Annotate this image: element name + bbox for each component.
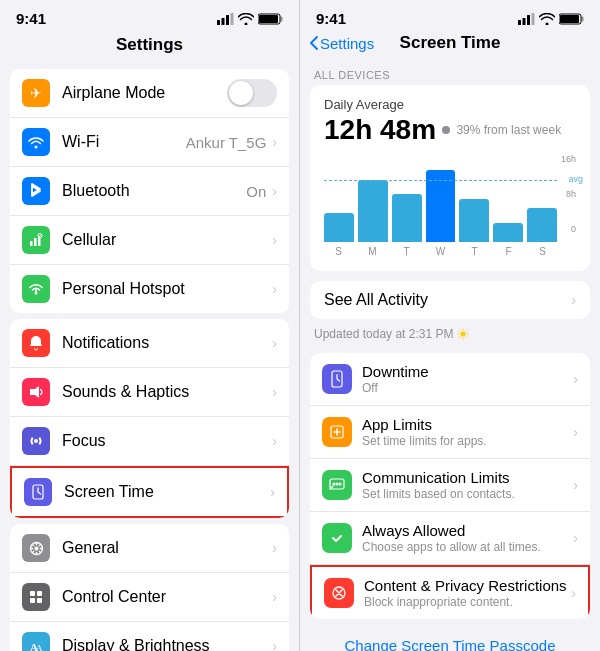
svg-rect-5 bbox=[281, 16, 283, 21]
content-privacy-row[interactable]: Content & Privacy Restrictions Block ina… bbox=[310, 565, 590, 619]
svg-point-41 bbox=[336, 483, 339, 486]
always-allowed-subtitle: Choose apps to allow at all times. bbox=[362, 540, 571, 554]
sounds-label: Sounds & Haptics bbox=[62, 383, 270, 401]
chart-label-0: S bbox=[324, 246, 353, 257]
settings-list: ✈ Airplane Mode Wi-Fi Ankur T_5G › bbox=[0, 63, 299, 651]
general-section: General › Control Center › bbox=[10, 524, 289, 651]
focus-row[interactable]: Focus › bbox=[10, 417, 289, 466]
cellular-icon bbox=[22, 226, 50, 254]
back-chevron-icon bbox=[310, 36, 318, 50]
airplane-label: Airplane Mode bbox=[62, 84, 227, 102]
always-allowed-text: Always Allowed Choose apps to allow at a… bbox=[362, 522, 571, 554]
sounds-row[interactable]: Sounds & Haptics › bbox=[10, 368, 289, 417]
see-all-row[interactable]: See All Activity › bbox=[310, 281, 590, 319]
svg-rect-21 bbox=[37, 598, 42, 603]
notifications-row[interactable]: Notifications › bbox=[10, 319, 289, 368]
bluetooth-label: Bluetooth bbox=[62, 182, 246, 200]
focus-icon bbox=[22, 427, 50, 455]
hotspot-row[interactable]: Personal Hotspot › bbox=[10, 265, 289, 313]
change-passcode-button[interactable]: Change Screen Time Passcode bbox=[300, 625, 600, 651]
updated-text: Updated today at 2:31 PM bbox=[314, 327, 453, 341]
back-label: Settings bbox=[320, 35, 374, 52]
connectivity-section: ✈ Airplane Mode Wi-Fi Ankur T_5G › bbox=[10, 69, 289, 313]
comm-limits-subtitle: Set limits based on contacts. bbox=[362, 487, 571, 501]
screen-time-row[interactable]: Screen Time › bbox=[10, 466, 289, 518]
time-right: 9:41 bbox=[316, 10, 346, 27]
wifi-label: Wi-Fi bbox=[62, 133, 186, 151]
svg-rect-0 bbox=[217, 20, 220, 25]
svg-marker-13 bbox=[30, 386, 39, 398]
content-privacy-subtitle: Block inappropriate content. bbox=[364, 595, 569, 609]
time-left: 9:41 bbox=[16, 10, 46, 27]
svg-rect-31 bbox=[527, 15, 530, 25]
battery-icon bbox=[258, 13, 283, 25]
svg-rect-8 bbox=[30, 241, 33, 246]
avg-label: avg bbox=[568, 174, 583, 184]
bluetooth-chevron: › bbox=[272, 183, 277, 199]
downtime-chevron: › bbox=[573, 371, 578, 387]
chart-bar-5 bbox=[493, 223, 523, 242]
control-center-icon bbox=[22, 583, 50, 611]
screen-time-nav: Settings Screen Time bbox=[300, 31, 600, 61]
bluetooth-icon bbox=[22, 177, 50, 205]
svg-point-17 bbox=[34, 546, 38, 550]
general-row[interactable]: General › bbox=[10, 524, 289, 573]
notification-section: Notifications › Sounds & Haptics › bbox=[10, 319, 289, 518]
cellular-chevron: › bbox=[272, 232, 277, 248]
general-icon bbox=[22, 534, 50, 562]
comm-limits-text: Communication Limits Set limits based on… bbox=[362, 469, 571, 501]
status-icons-left bbox=[217, 13, 283, 25]
app-limits-title: App Limits bbox=[362, 416, 571, 433]
svg-rect-6 bbox=[259, 15, 278, 23]
chart-bar-3 bbox=[426, 170, 456, 242]
chart-label-6: S bbox=[528, 246, 557, 257]
control-center-chevron: › bbox=[272, 589, 277, 605]
svg-point-40 bbox=[333, 483, 336, 486]
screen-time-title: Screen Time bbox=[400, 33, 501, 53]
airplane-icon: ✈ bbox=[22, 79, 50, 107]
comm-limits-chevron: › bbox=[573, 477, 578, 493]
focus-label: Focus bbox=[62, 432, 270, 450]
hotspot-label: Personal Hotspot bbox=[62, 280, 270, 298]
downtime-row[interactable]: Downtime Off › bbox=[310, 353, 590, 406]
app-limits-row[interactable]: App Limits Set time limits for apps. › bbox=[310, 406, 590, 459]
app-limits-subtitle: Set time limits for apps. bbox=[362, 434, 571, 448]
svg-point-7 bbox=[35, 145, 38, 148]
downtime-icon bbox=[322, 364, 352, 394]
usage-chart: avg SMTWTFS 16h 8h 0 bbox=[324, 154, 576, 259]
content-privacy-chevron: › bbox=[571, 585, 576, 601]
battery-icon-right bbox=[559, 13, 584, 25]
back-button[interactable]: Settings bbox=[310, 35, 374, 52]
chart-bar-0 bbox=[324, 213, 354, 242]
control-center-row[interactable]: Control Center › bbox=[10, 573, 289, 622]
wifi-row[interactable]: Wi-Fi Ankur T_5G › bbox=[10, 118, 289, 167]
cellular-row[interactable]: Cellular › bbox=[10, 216, 289, 265]
airplane-mode-row[interactable]: ✈ Airplane Mode bbox=[10, 69, 289, 118]
screen-time-icon bbox=[24, 478, 52, 506]
svg-rect-30 bbox=[523, 18, 526, 25]
display-row[interactable]: A A Display & Brightness › bbox=[10, 622, 289, 651]
wifi-icon bbox=[238, 13, 254, 25]
bluetooth-row[interactable]: Bluetooth On › bbox=[10, 167, 289, 216]
status-bar-left: 9:41 bbox=[0, 0, 299, 31]
display-label: Display & Brightness bbox=[62, 637, 270, 651]
comm-limits-row[interactable]: Communication Limits Set limits based on… bbox=[310, 459, 590, 512]
svg-rect-35 bbox=[560, 15, 579, 23]
airplane-toggle[interactable] bbox=[227, 79, 277, 107]
chart-bar-6 bbox=[527, 208, 557, 242]
status-bar-right: 9:41 bbox=[300, 0, 600, 31]
svg-rect-29 bbox=[518, 20, 521, 25]
chart-bar-4 bbox=[459, 199, 489, 242]
always-allowed-title: Always Allowed bbox=[362, 522, 571, 539]
hotspot-chevron: › bbox=[272, 281, 277, 297]
general-chevron: › bbox=[272, 540, 277, 556]
always-allowed-chevron: › bbox=[573, 530, 578, 546]
sounds-chevron: › bbox=[272, 384, 277, 400]
always-allowed-row[interactable]: Always Allowed Choose apps to allow at a… bbox=[310, 512, 590, 565]
chart-bar-1 bbox=[358, 180, 388, 242]
svg-rect-3 bbox=[231, 13, 234, 25]
chart-label-1: M bbox=[358, 246, 387, 257]
chart-bars: avg bbox=[324, 162, 557, 242]
svg-rect-2 bbox=[226, 15, 229, 25]
focus-chevron: › bbox=[272, 433, 277, 449]
